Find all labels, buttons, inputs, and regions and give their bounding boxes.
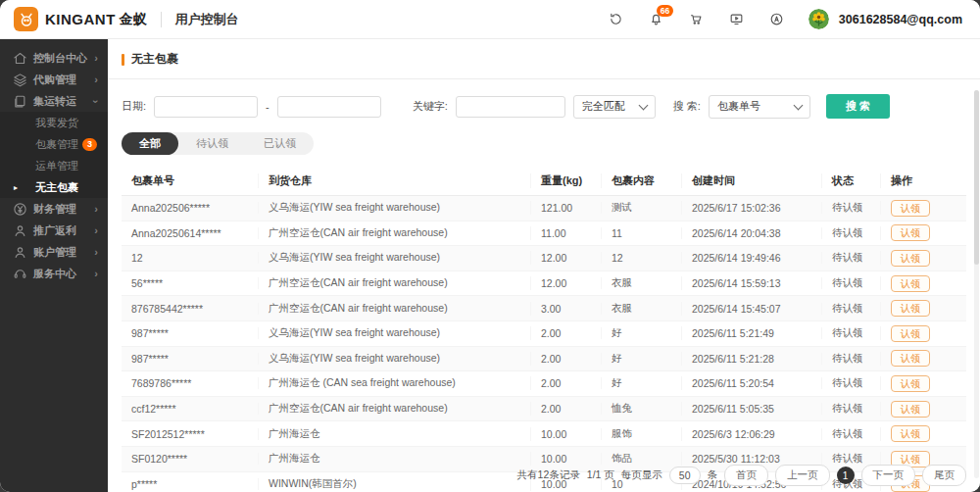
cell-package-no: 876785442***** <box>122 303 259 315</box>
cell-action: 认领 <box>881 250 966 267</box>
cell-created: 2025/6/14 15:59:13 <box>682 277 822 289</box>
date-separator: - <box>266 101 270 113</box>
next-page-button[interactable]: 下一页 <box>861 465 916 486</box>
claim-button[interactable]: 认领 <box>891 425 930 442</box>
search-type-select[interactable]: 包裹单号 <box>709 95 810 119</box>
cell-package-no: p***** <box>122 478 259 490</box>
prev-page-button[interactable]: 上一页 <box>775 465 830 486</box>
pagination: 共有12条记录 1/1 页 每页显示 50 条 首页 上一页 1 下一页 尾页 <box>517 465 966 486</box>
user-circle-icon[interactable] <box>768 12 785 26</box>
cell-created: 2025/6/11 5:20:54 <box>682 377 822 389</box>
cell-weight: 12.00 <box>531 252 602 264</box>
page-info: 1/1 页 <box>587 468 614 482</box>
sidebar-item-账户管理[interactable]: 账户管理› <box>0 241 108 263</box>
brand-name: KINGANT <box>45 11 116 27</box>
cell-status: 待认领 <box>822 352 881 366</box>
per-page-input[interactable]: 50 <box>669 467 701 484</box>
history-icon[interactable] <box>608 12 624 26</box>
filter-bar: 日期: - 关键字: 完全匹配 搜 索: 包裹单号 搜 索 <box>122 94 966 119</box>
cell-content: 好 <box>602 376 682 390</box>
status-tabs: 全部待认领已认领 <box>122 132 314 155</box>
last-page-button[interactable]: 尾页 <box>922 465 966 486</box>
search-button[interactable]: 搜 索 <box>826 94 890 119</box>
user-avatar[interactable] <box>808 9 829 29</box>
console-icon <box>13 51 27 66</box>
cell-package-no: 7689786***** <box>122 377 259 389</box>
cart-icon[interactable] <box>688 12 705 26</box>
purchase-icon <box>13 73 27 87</box>
sidebar-item-财务管理[interactable]: 财务管理› <box>0 198 108 220</box>
claim-button[interactable]: 认领 <box>891 350 930 367</box>
cell-package-no: 56***** <box>122 277 259 289</box>
claim-button[interactable]: 认领 <box>891 250 930 267</box>
date-to-input[interactable] <box>277 96 381 118</box>
tab-全部[interactable]: 全部 <box>122 132 178 155</box>
cell-action: 认领 <box>881 224 966 241</box>
cell-package-no: ccf12***** <box>122 403 259 415</box>
sidebar-item-服务中心[interactable]: 服务中心› <box>0 263 108 284</box>
claim-button[interactable]: 认领 <box>891 224 930 241</box>
search-type-label: 搜 索: <box>673 99 701 114</box>
table-row: 56*****广州空运仓(CAN air freight warehouse)1… <box>122 271 966 297</box>
cell-content: 11 <box>602 227 682 239</box>
table-row: 987*****义乌海运(YIW sea freight warehouse)2… <box>122 347 966 372</box>
cell-status: 待认领 <box>822 402 881 416</box>
claim-button[interactable]: 认领 <box>891 325 930 342</box>
claim-button[interactable]: 认领 <box>891 401 930 418</box>
cell-package-no: SF2012512***** <box>122 428 259 440</box>
keyword-input[interactable] <box>456 96 565 118</box>
claim-button[interactable]: 认领 <box>891 275 930 292</box>
cell-action: 认领 <box>881 350 966 367</box>
claim-button[interactable]: 认领 <box>891 300 930 317</box>
keyword-label: 关键字: <box>413 99 448 114</box>
sidebar-item-代购管理[interactable]: 代购管理› <box>0 69 108 90</box>
column-header-状态: 状态 <box>822 173 881 188</box>
tab-已认领[interactable]: 已认领 <box>246 132 314 155</box>
cell-warehouse: 广州空运仓(CAN air freight warehouse) <box>259 402 531 416</box>
search-type-value: 包裹单号 <box>717 99 760 114</box>
column-header-包裹内容: 包裹内容 <box>602 173 682 188</box>
scrollbar-thumb[interactable] <box>974 90 979 265</box>
cell-warehouse: 广州空运仓(CAN air freight warehouse) <box>259 226 531 240</box>
first-page-button[interactable]: 首页 <box>724 465 768 486</box>
bell-icon[interactable]: 66 <box>648 12 664 26</box>
column-header-到货仓库: 到货仓库 <box>259 173 531 188</box>
table-row: 987*****义乌海运(YIW sea freight warehouse)2… <box>122 321 966 347</box>
cell-created: 2025/6/11 5:05:35 <box>682 403 822 415</box>
per-page-unit: 条 <box>708 468 718 482</box>
title-accent-bar <box>122 54 124 66</box>
cell-weight: 11.00 <box>531 227 602 239</box>
table-row: Anna202506*****义乌海运(YIW sea freight ware… <box>122 196 966 221</box>
sidebar-item-推广返利[interactable]: 推广返利› <box>0 220 108 241</box>
cell-content: 衣服 <box>602 276 682 290</box>
tab-待认领[interactable]: 待认领 <box>178 132 246 155</box>
claim-button[interactable]: 认领 <box>891 200 930 217</box>
sidebar-subitem-我要发货[interactable]: 我要发货 <box>0 112 108 133</box>
claim-button[interactable]: 认领 <box>891 375 930 392</box>
sidebar-subitem-无主包裹[interactable]: ▸无主包裹 <box>0 176 108 198</box>
sidebar-item-集运转运[interactable]: 集运转运› <box>0 90 108 112</box>
topbar-actions: 66 3061628584@qq.com <box>608 9 962 29</box>
sidebar-submenu: 我要发货包裹管理3运单管理▸无主包裹 <box>0 112 108 198</box>
cell-status: 待认领 <box>822 276 881 290</box>
current-page-button[interactable]: 1 <box>837 467 855 484</box>
sidebar-item-label: 集运转运 <box>33 94 76 109</box>
vertical-scrollbar[interactable] <box>974 90 979 478</box>
sidebar-item-控制台中心[interactable]: 控制台中心› <box>0 47 108 69</box>
sidebar-subitem-label: 我要发货 <box>35 116 78 130</box>
sidebar-subitem-包裹管理[interactable]: 包裹管理3 <box>0 133 108 155</box>
cell-created: 2025/5/30 11:12:03 <box>682 453 822 465</box>
table-row: SF2012512*****广州海运仓10.00服饰2025/6/3 12:06… <box>122 421 966 447</box>
sidebar-item-label: 推广返利 <box>33 223 76 238</box>
user-email[interactable]: 3061628584@qq.com <box>839 13 962 26</box>
monitor-icon[interactable] <box>728 12 745 26</box>
sidebar-subitem-运单管理[interactable]: 运单管理 <box>0 155 108 176</box>
cell-created: 2025/6/17 15:02:36 <box>682 202 822 214</box>
cell-warehouse: 义乌海运(YIW sea freight warehouse) <box>259 352 531 366</box>
packages-table: 包裹单号到货仓库重量(kg)包裹内容创建时间状态操作 Anna202506***… <box>122 167 966 492</box>
account-icon <box>13 245 27 260</box>
date-from-input[interactable] <box>154 96 258 118</box>
cell-warehouse: 义乌海运(YIW sea freight warehouse) <box>259 251 531 265</box>
notification-badge: 66 <box>657 5 673 17</box>
match-type-select[interactable]: 完全匹配 <box>573 95 656 119</box>
